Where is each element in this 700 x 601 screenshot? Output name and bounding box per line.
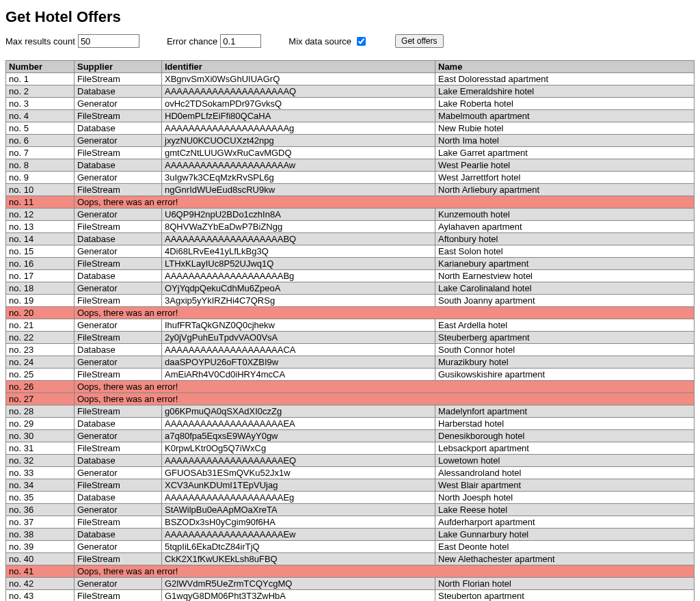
- cell-number: no. 27: [6, 393, 75, 405]
- cell-name: Aftonbury hotel: [435, 233, 695, 245]
- max-results-input[interactable]: [78, 34, 139, 48]
- cell-number: no. 42: [6, 578, 75, 590]
- table-row: no. 22FileStream2y0jVgPuhEuTpdvVAO0VsASt…: [6, 332, 695, 344]
- max-results-label: Max results count: [5, 36, 75, 46]
- cell-name: East Doloresstad apartment: [435, 73, 695, 85]
- cell-number: no. 10: [6, 184, 75, 196]
- cell-identifier: G2lWVdmR5UeZrmTCQYcgMQ: [162, 578, 435, 590]
- cell-supplier: Generator: [75, 245, 162, 258]
- cell-identifier: AAAAAAAAAAAAAAAAAAAAAw: [162, 159, 435, 172]
- cell-supplier: Generator: [75, 504, 162, 516]
- cell-supplier: Generator: [75, 135, 162, 147]
- cell-number: no. 34: [6, 479, 75, 492]
- table-row: no. 13FileStream8QHVWaZYbEaDwP7BiZNggAyl…: [6, 221, 695, 233]
- cell-identifier: AAAAAAAAAAAAAAAAAAAABg: [162, 270, 435, 282]
- cell-identifier: AAAAAAAAAAAAAAAAAAAAAg: [162, 122, 435, 135]
- cell-number: no. 7: [6, 147, 75, 159]
- cell-number: no. 21: [6, 319, 75, 332]
- cell-name: Alessandroland hotel: [435, 467, 695, 479]
- table-row: no. 7FileStreamgmtCzNtLUUGWxRuCavMGDQLak…: [6, 147, 695, 159]
- cell-number: no. 19: [6, 295, 75, 307]
- cell-supplier: FileStream: [75, 516, 162, 529]
- cell-supplier: Database: [75, 455, 162, 467]
- cell-supplier: Database: [75, 418, 162, 430]
- cell-name: West Pearlie hotel: [435, 159, 695, 172]
- cell-name: East Solon hotel: [435, 245, 695, 258]
- table-row: no. 25FileStreamAmEiARh4V0Cd0iHRY4mcCAGu…: [6, 369, 695, 381]
- max-results-group: Max results count: [5, 34, 139, 48]
- cell-supplier: Generator: [75, 430, 162, 442]
- cell-identifier: a7q80fpa5EqxsE9WAyY0gw: [162, 430, 435, 442]
- cell-identifier: 3Agxip5yYkIRZHi4C7QRSg: [162, 295, 435, 307]
- cell-supplier: Database: [75, 270, 162, 282]
- cell-identifier: U6QP9H2npU2BDo1czhIn8A: [162, 209, 435, 221]
- cell-identifier: G1wqyG8DM06Pht3T3ZwHbA: [162, 590, 435, 602]
- cell-number: no. 33: [6, 467, 75, 479]
- cell-identifier: 4Di68LRvEe41yLfLkBg3Q: [162, 245, 435, 258]
- table-row: no. 39Generator5tqpIiL6EkaDtcZ84irTjQEas…: [6, 541, 695, 553]
- cell-name: Lake Gunnarbury hotel: [435, 529, 695, 541]
- cell-name: North Florian hotel: [435, 578, 695, 590]
- cell-supplier: FileStream: [75, 405, 162, 418]
- cell-number: no. 5: [6, 122, 75, 135]
- cell-error-message: Oops, there was an error!: [75, 565, 695, 578]
- mix-data-source-group: Mix data source: [288, 35, 368, 48]
- controls-bar: Max results count Error chance Mix data …: [5, 34, 695, 48]
- cell-name: Lake Roberta hotel: [435, 98, 695, 110]
- table-row: no. 1FileStreamXBgnvSmXi0WsGhUIUAGrQEast…: [6, 73, 695, 85]
- header-supplier: Supplier: [75, 61, 162, 73]
- cell-identifier: K0rpwLKtr0Og5Q7iWxCg: [162, 442, 435, 455]
- table-row: no. 27Oops, there was an error!: [6, 393, 695, 405]
- error-chance-input[interactable]: [220, 34, 261, 48]
- cell-number: no. 23: [6, 344, 75, 356]
- cell-number: no. 14: [6, 233, 75, 245]
- table-row: no. 43FileStreamG1wqyG8DM06Pht3T3ZwHbASt…: [6, 590, 695, 602]
- cell-error-message: Oops, there was an error!: [75, 393, 695, 405]
- table-row: no. 28FileStreamg06KPmuQA0qSXAdXI0czZgMa…: [6, 405, 695, 418]
- mix-data-source-checkbox[interactable]: [357, 37, 366, 46]
- cell-number: no. 36: [6, 504, 75, 516]
- cell-error-message: Oops, there was an error!: [75, 307, 695, 319]
- error-chance-label: Error chance: [167, 36, 217, 46]
- get-offers-button[interactable]: Get offers: [395, 34, 443, 48]
- cell-name: West Jarrettfort hotel: [435, 172, 695, 184]
- cell-name: Kunzemouth hotel: [435, 209, 695, 221]
- cell-name: Lake Reese hotel: [435, 504, 695, 516]
- table-row: no. 40FileStreamCkK2X1fKwUKEkLsh8uFBQNew…: [6, 553, 695, 565]
- cell-identifier: AAAAAAAAAAAAAAAAAAAAEg: [162, 492, 435, 504]
- table-row: no. 12GeneratorU6QP9H2npU2BDo1czhIn8AKun…: [6, 209, 695, 221]
- cell-number: no. 3: [6, 98, 75, 110]
- table-row: no. 21GeneratorIhufFRTaQkGNZ0Q0cjhekwEas…: [6, 319, 695, 332]
- cell-name: North Joesph hotel: [435, 492, 695, 504]
- cell-name: North Arliebury apartment: [435, 184, 695, 196]
- cell-name: Aufderharport apartment: [435, 516, 695, 529]
- table-row: no. 18GeneratorOYjYqdpQekuCdhMu6ZpeoALak…: [6, 282, 695, 295]
- cell-name: South Joanny apartment: [435, 295, 695, 307]
- cell-name: New Alethachester apartment: [435, 553, 695, 565]
- table-row: no. 9Generator3uIgw7k3CEqMzkRvSPL6gWest …: [6, 172, 695, 184]
- table-row: no. 6GeneratorjxyzNU0KCUOCUXzt42npgNorth…: [6, 135, 695, 147]
- cell-name: Murazikbury hotel: [435, 356, 695, 369]
- cell-number: no. 38: [6, 529, 75, 541]
- table-row: no. 35DatabaseAAAAAAAAAAAAAAAAAAAAEgNort…: [6, 492, 695, 504]
- table-row: no. 42GeneratorG2lWVdmR5UeZrmTCQYcgMQNor…: [6, 578, 695, 590]
- cell-supplier: FileStream: [75, 553, 162, 565]
- cell-supplier: Generator: [75, 356, 162, 369]
- cell-supplier: FileStream: [75, 184, 162, 196]
- cell-identifier: AAAAAAAAAAAAAAAAAAAAAQ: [162, 85, 435, 98]
- table-row: no. 5DatabaseAAAAAAAAAAAAAAAAAAAAAgNew R…: [6, 122, 695, 135]
- table-row: no. 29DatabaseAAAAAAAAAAAAAAAAAAAAEAHarb…: [6, 418, 695, 430]
- table-row: no. 4FileStreamHD0emPLfzEiFfi80QCaHAMabe…: [6, 110, 695, 122]
- cell-identifier: XBgnvSmXi0WsGhUIUAGrQ: [162, 73, 435, 85]
- cell-supplier: Database: [75, 492, 162, 504]
- cell-name: South Connor hotel: [435, 344, 695, 356]
- cell-name: Karianebury apartment: [435, 258, 695, 270]
- cell-supplier: FileStream: [75, 332, 162, 344]
- cell-number: no. 1: [6, 73, 75, 85]
- cell-supplier: Database: [75, 159, 162, 172]
- error-chance-group: Error chance: [167, 34, 261, 48]
- page-title: Get Hotel Offers: [5, 8, 695, 26]
- cell-identifier: 2y0jVgPuhEuTpdvVAO0VsA: [162, 332, 435, 344]
- cell-number: no. 16: [6, 258, 75, 270]
- cell-name: Lebsackport apartment: [435, 442, 695, 455]
